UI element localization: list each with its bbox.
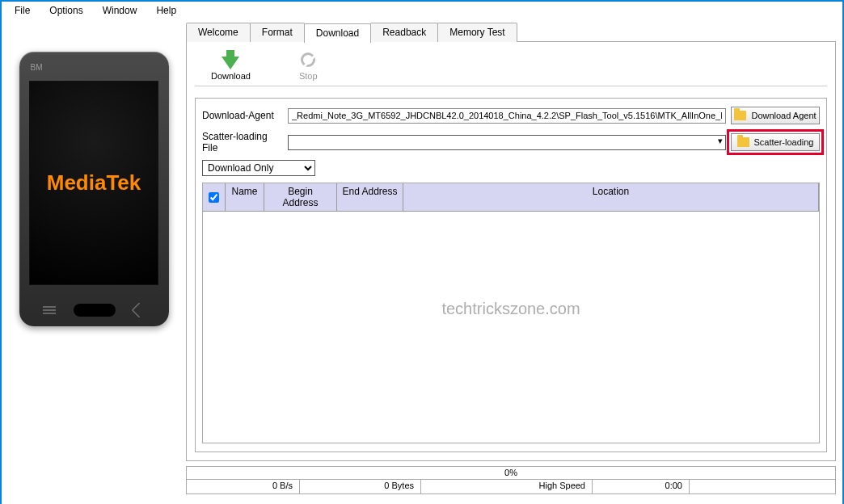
phone-back-icon (131, 302, 147, 318)
menu-help[interactable]: Help (146, 3, 186, 18)
status-mode: High Speed (421, 480, 593, 494)
scatter-file-select[interactable] (288, 135, 726, 150)
status-speed: 0 B/s (187, 480, 300, 494)
footer: 0% 0 B/s 0 Bytes High Speed 0:00 (186, 466, 836, 494)
phone-home-button (74, 304, 116, 317)
download-agent-button[interactable]: Download Agent (731, 107, 820, 124)
tab-bar: Welcome Format Download Readback Memory … (186, 23, 836, 42)
phone-screen: MediaTek (29, 81, 158, 285)
menu-options[interactable]: Options (40, 3, 92, 18)
download-agent-row: Download-Agent Download Agent (202, 107, 820, 124)
table-body: techtrickszone.com (203, 212, 819, 443)
col-begin-address[interactable]: Begin Address (264, 183, 337, 211)
scatter-loading-button-label: Scatter-loading (754, 137, 814, 147)
brand-label: MediaTek (47, 170, 141, 195)
tab-format[interactable]: Format (250, 23, 305, 42)
device-preview-panel: BM MediaTek (2, 19, 186, 504)
status-time: 0:00 (593, 480, 690, 494)
status-bytes: 0 Bytes (300, 480, 421, 494)
phone-bm-label: BM (31, 63, 43, 72)
menu-window[interactable]: Window (93, 3, 147, 18)
download-form: Download-Agent Download Agent Scatter-lo… (195, 98, 827, 452)
scatter-loading-highlight: Scatter-loading (727, 129, 824, 155)
progress-bar: 0% (186, 466, 836, 480)
menu-bar: File Options Window Help (2, 2, 842, 19)
download-mode-select[interactable]: Download Only (202, 160, 315, 176)
download-button-label: Download (211, 71, 251, 81)
da-label: Download-Agent (202, 110, 283, 121)
tab-download[interactable]: Download (304, 23, 371, 43)
tab-welcome[interactable]: Welcome (186, 23, 251, 42)
stop-button: Stop (299, 50, 318, 81)
mode-row: Download Only (202, 160, 820, 176)
select-all-checkbox[interactable] (209, 192, 219, 203)
scatter-loading-row: Scatter-loading File Scatter-loading (202, 131, 820, 153)
status-spare (690, 480, 835, 494)
col-location[interactable]: Location (403, 183, 819, 211)
phone-menu-icon (43, 306, 56, 314)
col-name[interactable]: Name (226, 183, 264, 211)
tab-memory-test[interactable]: Memory Test (437, 23, 517, 42)
col-end-address[interactable]: End Address (337, 183, 403, 211)
download-tab-body: Download Stop Download-Agent Download Ag… (186, 41, 836, 461)
folder-icon (737, 137, 749, 147)
table-header: Name Begin Address End Address Location (203, 183, 819, 212)
download-button[interactable]: Download (211, 50, 251, 81)
da-path-input[interactable] (288, 108, 726, 124)
toolbar: Download Stop (195, 47, 827, 86)
download-agent-button-label: Download Agent (751, 111, 816, 120)
download-arrow-icon (222, 57, 239, 69)
tab-readback[interactable]: Readback (370, 23, 438, 42)
stop-button-label: Stop (299, 71, 318, 81)
watermark-text: techtrickszone.com (441, 300, 580, 318)
menu-file[interactable]: File (5, 3, 40, 18)
scatter-loading-button[interactable]: Scatter-loading (731, 133, 820, 151)
status-bar: 0 B/s 0 Bytes High Speed 0:00 (186, 480, 836, 494)
folder-icon (734, 111, 746, 120)
phone-mockup: BM MediaTek (19, 52, 169, 326)
partition-table: Name Begin Address End Address Location … (202, 183, 820, 443)
stop-icon (301, 52, 315, 67)
scatter-label: Scatter-loading File (202, 131, 283, 153)
